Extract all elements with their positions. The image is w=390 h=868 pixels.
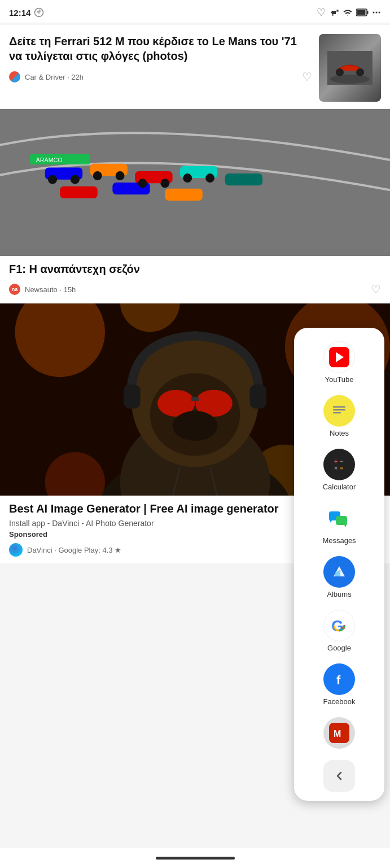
svg-point-30 bbox=[205, 173, 214, 183]
more-app-icon: M bbox=[323, 717, 355, 749]
article-3-source-text: DaVinci · Google Play: 4.3 ★ bbox=[27, 546, 121, 554]
bottom-pill bbox=[156, 857, 235, 860]
status-bar: 12:14 ♡ bbox=[0, 0, 390, 23]
svg-rect-60 bbox=[333, 412, 341, 414]
article-ferrari[interactable]: Δείτε τη Ferrari 512 M που κέρδισε το Le… bbox=[0, 25, 390, 109]
article-1-text: Δείτε τη Ferrari 512 M που κέρδισε το Le… bbox=[9, 34, 312, 84]
status-icons: ♡ bbox=[317, 6, 381, 19]
svg-point-25 bbox=[93, 171, 102, 180]
svg-point-10 bbox=[330, 75, 370, 84]
messages-svg bbox=[328, 507, 350, 530]
status-time: 12:14 bbox=[9, 8, 30, 18]
svg-text:+: + bbox=[334, 458, 338, 465]
svg-text:ARAMCO: ARAMCO bbox=[36, 157, 63, 163]
svg-rect-57 bbox=[329, 401, 349, 421]
share-menu-youtube[interactable]: YouTube bbox=[301, 337, 378, 388]
svg-rect-58 bbox=[333, 406, 345, 408]
google-label: Google bbox=[327, 644, 351, 652]
more-icon bbox=[372, 8, 381, 17]
share-menu-messages[interactable]: Messages bbox=[301, 498, 378, 549]
yt-play-button bbox=[329, 347, 349, 367]
article-1-heart[interactable]: ♡ bbox=[302, 70, 312, 84]
svg-rect-47 bbox=[124, 384, 140, 409]
status-left: 12:14 bbox=[9, 7, 44, 18]
share-menu-back-button[interactable] bbox=[323, 760, 355, 792]
calc-svg: + − × = bbox=[329, 454, 349, 475]
article-2-source: na Newsauto · 15h bbox=[9, 284, 76, 295]
article-2-source-text: Newsauto · 15h bbox=[25, 285, 76, 294]
article-2-title: F1: Η αναπάντεχη σεζόν bbox=[9, 263, 381, 276]
ferrari-image bbox=[319, 34, 381, 102]
svg-text:=: = bbox=[340, 465, 343, 471]
article-2-image: ARAMCO bbox=[0, 109, 390, 256]
facebook-label: Facebook bbox=[323, 697, 355, 706]
svg-point-49 bbox=[173, 411, 218, 441]
svg-rect-20 bbox=[60, 186, 97, 198]
article-3-source: DaVinci · Google Play: 4.3 ★ bbox=[9, 543, 121, 557]
article-1-source-text: Car & Driver · 22h bbox=[25, 73, 84, 81]
albums-label: Albums bbox=[327, 590, 351, 598]
svg-point-7 bbox=[376, 12, 378, 14]
hidden-app-svg: M bbox=[329, 723, 349, 743]
messages-app-icon bbox=[323, 502, 355, 534]
youtube-label: YouTube bbox=[325, 375, 353, 384]
davinci-icon bbox=[9, 543, 23, 557]
yt-triangle bbox=[336, 352, 344, 362]
svg-text:G: G bbox=[331, 617, 344, 635]
article-f1[interactable]: ARAMCO F1: Η αναπάντεχη σεζόν na Newsaut… bbox=[0, 109, 390, 303]
share-menu-overlay: YouTube Notes + − × = Calculator bbox=[294, 328, 384, 801]
svg-point-8 bbox=[379, 12, 380, 14]
albums-svg bbox=[328, 561, 350, 583]
svg-text:M: M bbox=[334, 729, 341, 739]
svg-rect-13 bbox=[0, 109, 390, 256]
car-driver-icon bbox=[9, 71, 20, 83]
svg-rect-19 bbox=[225, 173, 262, 185]
svg-point-6 bbox=[373, 12, 375, 14]
svg-rect-46 bbox=[191, 397, 199, 401]
article-1-meta: Car & Driver · 22h ♡ bbox=[9, 70, 312, 84]
facebook-app-icon: f bbox=[323, 663, 355, 695]
svg-point-24 bbox=[71, 175, 80, 184]
google-svg: G bbox=[329, 615, 349, 636]
share-menu-facebook[interactable]: f Facebook bbox=[301, 659, 378, 710]
article-1-source: Car & Driver · 22h bbox=[9, 71, 84, 83]
article-1-image bbox=[319, 34, 381, 102]
svg-point-26 bbox=[116, 171, 125, 180]
calculator-label: Calculator bbox=[323, 483, 356, 491]
back-chevron-icon bbox=[332, 769, 346, 783]
google-app-icon: G bbox=[323, 610, 355, 641]
svg-point-12 bbox=[356, 68, 364, 76]
svg-text:×: × bbox=[334, 465, 338, 471]
albums-app-icon bbox=[323, 556, 355, 588]
newsauto-icon: na bbox=[9, 284, 20, 295]
share-menu-albums[interactable]: Albums bbox=[301, 552, 378, 603]
activity-icon bbox=[34, 7, 44, 18]
calculator-app-icon: + − × = bbox=[323, 449, 355, 480]
share-menu-notes[interactable]: Notes bbox=[301, 390, 378, 442]
notes-svg bbox=[329, 401, 349, 421]
battery-icon bbox=[356, 8, 369, 16]
wifi-icon bbox=[343, 7, 353, 18]
svg-rect-22 bbox=[165, 189, 202, 201]
svg-rect-4 bbox=[367, 11, 369, 14]
bottom-navigation-bar bbox=[0, 848, 390, 868]
mute-icon bbox=[329, 7, 339, 18]
svg-marker-69 bbox=[344, 524, 347, 527]
youtube-app-icon bbox=[323, 341, 355, 373]
svg-text:f: f bbox=[336, 673, 341, 687]
share-menu-calculator[interactable]: + − × = Calculator bbox=[301, 444, 378, 496]
favorite-status-icon: ♡ bbox=[317, 6, 326, 19]
svg-marker-68 bbox=[329, 519, 332, 523]
svg-rect-61 bbox=[329, 454, 349, 475]
svg-text:−: − bbox=[340, 458, 343, 465]
f1-race-svg: ARAMCO bbox=[0, 109, 390, 256]
facebook-svg: f bbox=[329, 669, 349, 689]
share-menu-google[interactable]: G Google bbox=[301, 605, 378, 657]
share-menu-more-app[interactable]: M bbox=[301, 713, 378, 756]
svg-point-23 bbox=[48, 175, 57, 184]
article-2-heart[interactable]: ♡ bbox=[371, 283, 381, 296]
article-2-meta: na Newsauto · 15h ♡ bbox=[9, 283, 381, 296]
article-2-content: F1: Η αναπάντεχη σεζόν na Newsauto · 15h… bbox=[0, 263, 390, 296]
svg-rect-59 bbox=[333, 409, 345, 411]
svg-point-11 bbox=[336, 68, 344, 76]
